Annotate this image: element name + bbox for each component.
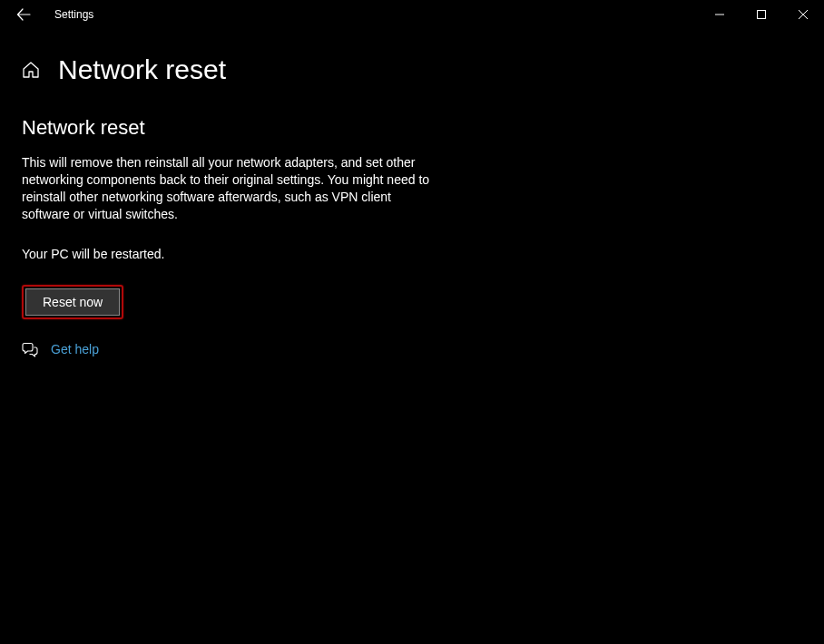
reset-now-button[interactable]: Reset now	[25, 288, 120, 316]
chat-help-icon	[22, 341, 38, 357]
main-content: Network reset This will remove then rein…	[0, 85, 454, 357]
window-controls	[699, 0, 824, 29]
section-heading: Network reset	[22, 116, 454, 140]
reset-button-highlight: Reset now	[22, 285, 123, 319]
svg-rect-0	[758, 11, 766, 19]
arrow-left-icon	[16, 7, 31, 22]
description-text: This will remove then reinstall all your…	[22, 154, 439, 223]
app-title: Settings	[54, 8, 93, 21]
back-button[interactable]	[9, 0, 38, 29]
minimize-button[interactable]	[699, 0, 741, 29]
restart-note: Your PC will be restarted.	[22, 247, 454, 261]
maximize-icon	[757, 10, 766, 19]
home-icon	[22, 61, 40, 79]
get-help-link[interactable]: Get help	[51, 342, 99, 356]
titlebar: Settings	[0, 0, 824, 29]
close-icon	[799, 10, 808, 19]
close-button[interactable]	[782, 0, 824, 29]
maximize-button[interactable]	[741, 0, 782, 29]
home-button[interactable]	[20, 59, 42, 81]
page-title: Network reset	[58, 54, 226, 85]
page-header: Network reset	[0, 29, 824, 85]
help-row: Get help	[22, 341, 454, 357]
minimize-icon	[715, 10, 724, 19]
